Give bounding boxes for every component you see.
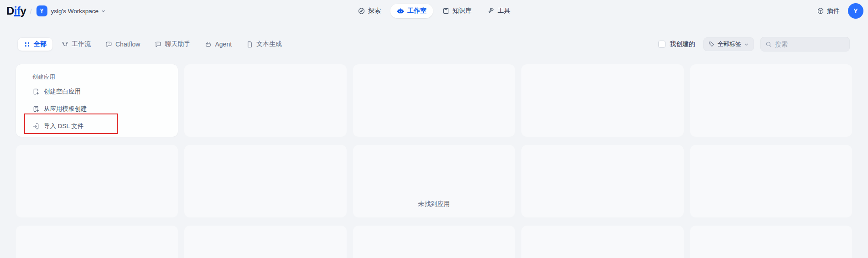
tag-icon — [708, 41, 715, 47]
app-card-placeholder — [521, 64, 683, 137]
book-icon — [442, 7, 449, 15]
tab-agent[interactable]: Agent — [199, 37, 238, 51]
logo-letter: D — [6, 5, 14, 17]
robot-icon — [396, 7, 404, 15]
plugins-button[interactable]: 插件 — [817, 7, 840, 15]
logo-letter: y — [21, 5, 26, 17]
app-card-placeholder — [353, 64, 515, 137]
logo-letter: if — [14, 5, 21, 17]
workspace-name: yslg's Workspace — [51, 8, 99, 15]
search-box — [760, 37, 850, 52]
app-card-placeholder — [521, 226, 683, 258]
top-header: Dify / Y yslg's Workspace 探索 工作室 — [0, 0, 868, 22]
dify-logo[interactable]: Dify — [6, 5, 26, 17]
chat-bubble-icon — [155, 41, 161, 48]
agent-icon — [205, 41, 212, 48]
tab-text-generation[interactable]: 文本生成 — [240, 37, 288, 51]
header-right: 插件 Y — [817, 3, 863, 19]
workspace-selector[interactable]: Y yslg's Workspace — [36, 5, 106, 16]
create-app-card: 创建应用 创建空白应用 从应用模板创建 导入 DSL 文件 — [16, 64, 178, 137]
nav-item-knowledge[interactable]: 知识库 — [436, 4, 478, 18]
breadcrumb-divider: / — [30, 7, 31, 15]
nav-item-studio[interactable]: 工作室 — [390, 4, 433, 18]
tab-label: 文本生成 — [256, 40, 282, 48]
app-grid: 创建应用 创建空白应用 从应用模板创建 导入 DSL 文件 — [16, 64, 852, 258]
tab-chatflow[interactable]: Chatflow — [99, 37, 146, 51]
tag-filter-label: 全部标签 — [717, 40, 741, 48]
menu-item-label: 创建空白应用 — [44, 88, 81, 96]
plugins-label: 插件 — [827, 7, 840, 15]
app-card-placeholder — [184, 64, 346, 137]
menu-item-label: 从应用模板创建 — [44, 105, 87, 113]
created-by-me-checkbox[interactable] — [658, 41, 665, 48]
filter-bar: 全部 工作流 Chatflow 聊天助手 — [17, 37, 850, 52]
created-by-me-label[interactable]: 我创建的 — [670, 40, 695, 48]
app-card-placeholder — [690, 226, 852, 258]
tab-label: Agent — [215, 41, 232, 48]
nav-item-label: 工作室 — [407, 7, 426, 15]
menu-item-label: 导入 DSL 文件 — [44, 122, 83, 130]
tab-all[interactable]: 全部 — [17, 37, 53, 51]
workflow-icon — [62, 41, 68, 48]
app-card-placeholder — [353, 226, 515, 258]
create-app-title: 创建应用 — [32, 74, 172, 81]
nav-item-label: 探索 — [368, 7, 381, 15]
main-nav: 探索 工作室 知识库 工具 — [351, 4, 517, 18]
nav-item-explore[interactable]: 探索 — [351, 4, 387, 18]
tag-filter-dropdown[interactable]: 全部标签 — [703, 37, 754, 51]
tab-label: 全部 — [34, 40, 47, 48]
file-plus-icon — [32, 88, 40, 95]
chat-bubble-icon — [105, 41, 112, 48]
workspace-avatar: Y — [36, 5, 47, 16]
nav-item-label: 知识库 — [452, 7, 472, 15]
tab-chat-assistant[interactable]: 聊天助手 — [149, 37, 196, 51]
search-input[interactable] — [775, 41, 845, 48]
tab-label: Chatflow — [115, 41, 140, 48]
hammer-icon — [487, 7, 494, 15]
nav-item-tools[interactable]: 工具 — [481, 4, 517, 18]
package-icon — [817, 7, 824, 15]
tab-label: 聊天助手 — [165, 40, 190, 48]
document-icon — [246, 41, 253, 48]
compass-icon — [358, 7, 365, 15]
app-card-placeholder — [690, 64, 852, 137]
create-from-template-button[interactable]: 从应用模板创建 — [32, 100, 172, 118]
template-icon — [32, 105, 40, 113]
nav-item-label: 工具 — [498, 7, 510, 15]
search-icon — [765, 41, 772, 47]
user-avatar[interactable]: Y — [848, 3, 863, 19]
app-card-placeholder — [16, 226, 178, 258]
filter-controls: 我创建的 全部标签 — [658, 37, 850, 52]
import-icon — [32, 123, 40, 130]
create-blank-app-button[interactable]: 创建空白应用 — [32, 83, 172, 100]
tab-label: 工作流 — [72, 40, 91, 48]
app-type-tabs: 全部 工作流 Chatflow 聊天助手 — [17, 37, 288, 51]
chevron-down-icon — [101, 9, 106, 14]
app-card-placeholder — [184, 226, 346, 258]
tab-workflow[interactable]: 工作流 — [56, 37, 97, 51]
empty-state-message: 未找到应用 — [0, 200, 868, 208]
chevron-down-icon — [744, 42, 749, 47]
studio-page: Dify / Y yslg's Workspace 探索 工作室 — [0, 0, 868, 258]
grid-icon — [24, 41, 31, 48]
import-dsl-button[interactable]: 导入 DSL 文件 — [32, 118, 172, 135]
